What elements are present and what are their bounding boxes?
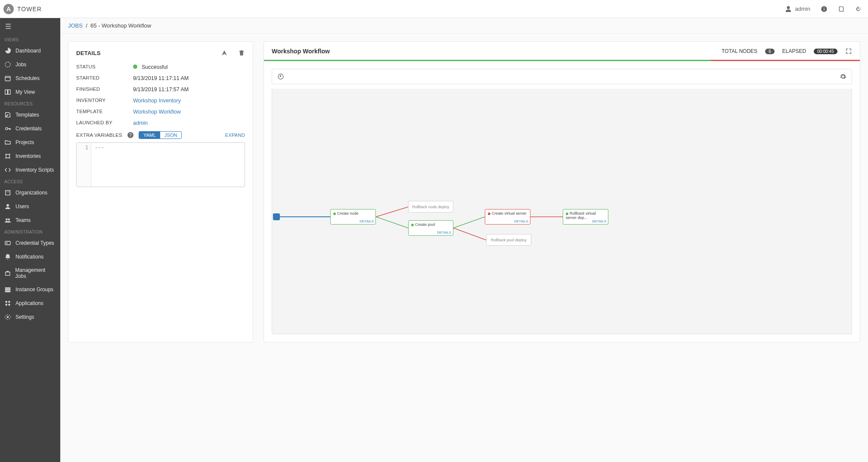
extra-vars-editor[interactable]: 1 --- xyxy=(76,142,245,187)
launchedby-link[interactable]: admin xyxy=(133,120,148,126)
workflow-node-rollback-pool[interactable]: Rollback pool deploy xyxy=(486,234,531,246)
sidebar-item-schedules[interactable]: Schedules xyxy=(0,71,60,85)
node-details-link[interactable]: DETAILS xyxy=(592,219,606,223)
node-label: Rollback pool deploy xyxy=(491,238,527,242)
workflow-node-rollback-vs[interactable]: Rollback virtual server dep...DETAILS xyxy=(563,209,608,225)
breadcrumb-current: 65 - Workshop Workflow xyxy=(90,22,151,29)
sidebar-item-instance-groups[interactable]: Instance Groups xyxy=(0,283,60,296)
sidebar-item-management-jobs[interactable]: Management Jobs xyxy=(0,264,60,283)
teams-icon xyxy=(4,217,11,224)
sidebar-item-users[interactable]: Users xyxy=(0,200,60,213)
svg-rect-13 xyxy=(6,191,10,195)
template-label: TEMPLATE xyxy=(76,109,133,115)
workflow-start-node[interactable] xyxy=(273,213,280,220)
sidebar-item-label: Inventory Scripts xyxy=(16,167,54,173)
sidebar-item-teams[interactable]: Teams xyxy=(0,213,60,227)
node-details-link[interactable]: DETAILS xyxy=(514,219,528,223)
svg-line-36 xyxy=(453,228,486,240)
svg-point-16 xyxy=(6,204,9,206)
jobs-icon xyxy=(4,61,11,68)
sidebar-item-label: Organizations xyxy=(16,190,47,196)
expand-link[interactable]: EXPAND xyxy=(225,132,245,138)
sidebar-section-label: VIEWS xyxy=(0,35,60,44)
workflow-node-create-vs[interactable]: Create virtual serverDETAILS xyxy=(485,209,530,225)
projects-icon xyxy=(4,139,11,146)
info-icon[interactable] xyxy=(821,6,828,12)
brand-logo: A xyxy=(3,4,14,14)
sidebar-item-credentials[interactable]: Credentials xyxy=(0,122,60,136)
sidebar-item-label: Users xyxy=(16,203,29,209)
schedules-icon xyxy=(4,75,11,82)
sidebar-item-projects[interactable]: Projects xyxy=(0,136,60,149)
sidebar-section-label: ADMINISTRATION xyxy=(0,227,60,236)
workflow-toolbar xyxy=(272,69,852,84)
sidebar-item-jobs[interactable]: Jobs xyxy=(0,58,60,71)
total-nodes-badge: 6 xyxy=(765,49,775,54)
sidebar-item-inventory-scripts[interactable]: Inventory Scripts xyxy=(0,163,60,177)
power-icon[interactable] xyxy=(855,6,862,12)
sidebar-item-credential-types[interactable]: Credential Types xyxy=(0,236,60,250)
compass-icon[interactable] xyxy=(277,73,284,80)
instance-groups-icon xyxy=(4,286,11,293)
svg-point-29 xyxy=(8,304,10,305)
sidebar-item-myview[interactable]: My View xyxy=(0,85,60,99)
fullscreen-icon[interactable] xyxy=(845,48,852,55)
node-details-link[interactable]: DETAILS xyxy=(360,219,374,223)
sidebar-item-label: My View xyxy=(16,89,35,95)
sidebar-item-organizations[interactable]: Organizations xyxy=(0,186,60,200)
vars-format-toggle[interactable]: YAML JSON xyxy=(139,131,182,139)
details-title: DETAILS xyxy=(76,50,101,56)
brand[interactable]: A TOWER xyxy=(3,4,42,14)
sidebar-item-label: Instance Groups xyxy=(16,286,53,293)
node-status-dot-icon xyxy=(488,213,490,215)
status-value: Successful xyxy=(133,64,245,70)
sidebar-toggle[interactable]: ☰ xyxy=(0,18,60,35)
sidebar-item-templates[interactable]: Templates xyxy=(0,108,60,122)
workflow-node-create-node[interactable]: Create nodeDETAILS xyxy=(330,209,376,225)
yaml-toggle[interactable]: YAML xyxy=(139,132,160,139)
sidebar-item-label: Projects xyxy=(16,139,34,145)
launchedby-label: LAUNCHED BY xyxy=(76,120,133,126)
node-label: Create pool xyxy=(415,222,435,227)
svg-rect-14 xyxy=(6,191,7,192)
sidebar: ☰ VIEWSDashboardJobsSchedulesMy ViewRESO… xyxy=(0,18,60,462)
sidebar-item-applications[interactable]: Applications xyxy=(0,296,60,310)
node-details-link[interactable]: DETAILS xyxy=(437,231,451,234)
topbar-right: admin xyxy=(785,6,862,12)
relaunch-icon[interactable] xyxy=(221,49,228,56)
template-link[interactable]: Workshop Workflow xyxy=(133,109,181,115)
code-content: --- xyxy=(91,143,245,187)
sidebar-item-label: Notifications xyxy=(16,254,43,260)
svg-point-10 xyxy=(6,157,7,159)
svg-point-12 xyxy=(9,157,10,159)
node-status-dot-icon xyxy=(333,213,336,215)
extravars-label: EXTRA VARIABLES xyxy=(76,132,122,138)
inventory-link[interactable]: Workshop Inventory xyxy=(133,98,181,104)
svg-rect-1 xyxy=(824,8,824,10)
breadcrumb: JOBS / 65 - Workshop Workflow xyxy=(60,18,868,34)
help-icon[interactable]: ? xyxy=(127,132,133,138)
workflow-canvas[interactable]: Create nodeDETAILSRollback node deployCr… xyxy=(272,89,852,334)
gear-icon[interactable] xyxy=(840,73,846,80)
svg-line-35 xyxy=(453,217,485,228)
sidebar-item-dashboard[interactable]: Dashboard xyxy=(0,44,60,58)
details-panel: DETAILS STATUSSuccessful STARTED9/13/201… xyxy=(68,41,253,342)
delete-icon[interactable] xyxy=(238,49,245,56)
breadcrumb-root[interactable]: JOBS xyxy=(68,22,83,29)
inventories-icon xyxy=(4,153,11,160)
node-status-dot-icon xyxy=(566,213,568,215)
json-toggle[interactable]: JSON xyxy=(160,132,181,139)
organizations-icon xyxy=(4,189,11,196)
progress-success-segment xyxy=(264,60,711,61)
sidebar-item-inventories[interactable]: Inventories xyxy=(0,149,60,163)
workflow-progress-bar xyxy=(264,60,860,61)
svg-rect-23 xyxy=(5,287,10,289)
sidebar-item-settings[interactable]: Settings xyxy=(0,310,60,324)
svg-rect-25 xyxy=(5,291,10,292)
docs-icon[interactable] xyxy=(838,6,845,12)
user-menu[interactable]: admin xyxy=(785,6,810,12)
workflow-node-create-pool[interactable]: Create poolDETAILS xyxy=(408,220,453,236)
workflow-node-rollback-node[interactable]: Rollback node deploy xyxy=(408,201,453,213)
user-name: admin xyxy=(795,6,810,12)
sidebar-item-notifications[interactable]: Notifications xyxy=(0,250,60,264)
